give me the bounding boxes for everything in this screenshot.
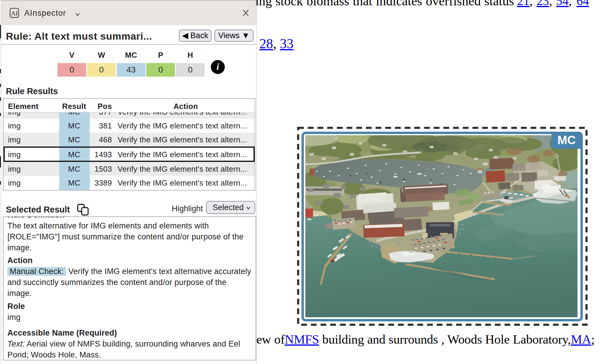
svg-text:MC: MC <box>557 133 576 146</box>
